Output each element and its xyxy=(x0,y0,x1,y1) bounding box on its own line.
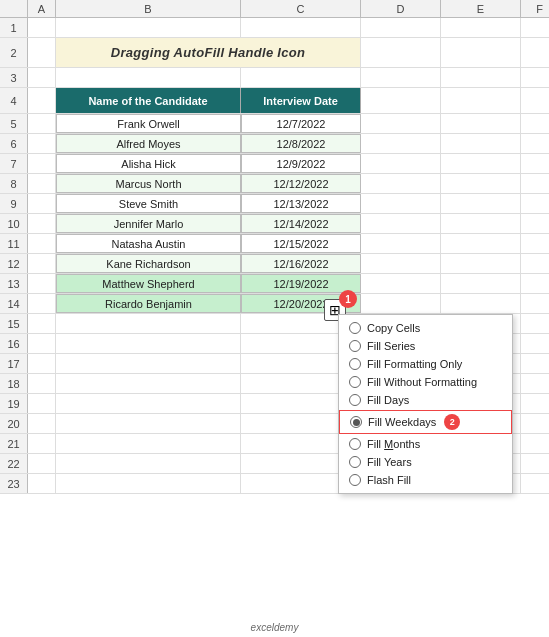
cell-d[interactable] xyxy=(361,294,441,313)
cell-f[interactable] xyxy=(521,134,549,153)
cell-e[interactable] xyxy=(441,214,521,233)
table-row[interactable]: 12Kane Richardson12/16/2022 xyxy=(0,254,549,274)
table-row[interactable]: 7Alisha Hick12/9/2022 xyxy=(0,154,549,174)
cell-a[interactable] xyxy=(28,174,56,193)
cell-a[interactable] xyxy=(28,274,56,293)
cell-b[interactable]: Alisha Hick xyxy=(56,154,241,173)
cell-f[interactable] xyxy=(521,374,549,393)
cell-f[interactable] xyxy=(521,18,549,37)
cell-e[interactable] xyxy=(441,174,521,193)
cell-d[interactable] xyxy=(361,194,441,213)
cell-f[interactable] xyxy=(521,254,549,273)
cell-a[interactable] xyxy=(28,194,56,213)
cell-c[interactable]: 12/9/2022 xyxy=(241,154,361,173)
cell-d[interactable] xyxy=(361,234,441,253)
cell-b[interactable]: Jennifer Marlo xyxy=(56,214,241,233)
table-row[interactable]: 2Dragging AutoFill Handle Icon xyxy=(0,38,549,68)
cell-a[interactable] xyxy=(28,154,56,173)
table-row[interactable]: 3 xyxy=(0,68,549,88)
table-row[interactable]: 4Name of the CandidateInterview Date xyxy=(0,88,549,114)
cell-f[interactable] xyxy=(521,434,549,453)
cell-a[interactable] xyxy=(28,434,56,453)
table-row[interactable]: 6Alfred Moyes12/8/2022 xyxy=(0,134,549,154)
cell-f[interactable] xyxy=(521,88,549,113)
cell-d[interactable] xyxy=(361,114,441,133)
cell-a[interactable] xyxy=(28,454,56,473)
cell-f[interactable] xyxy=(521,214,549,233)
table-row[interactable]: 14Ricardo Benjamin12/20/2022 xyxy=(0,294,549,314)
cell-f[interactable] xyxy=(521,314,549,333)
cell-a[interactable] xyxy=(28,114,56,133)
cell-a[interactable] xyxy=(28,18,56,37)
cell-b[interactable]: Dragging AutoFill Handle Icon xyxy=(56,38,361,67)
cell-d[interactable] xyxy=(361,134,441,153)
cell-c[interactable]: 12/16/2022 xyxy=(241,254,361,273)
cell-b[interactable] xyxy=(56,394,241,413)
cell-f[interactable] xyxy=(521,154,549,173)
cell-e[interactable] xyxy=(441,18,521,37)
cell-d[interactable] xyxy=(361,274,441,293)
cell-b[interactable] xyxy=(56,68,241,87)
cell-c[interactable]: 12/7/2022 xyxy=(241,114,361,133)
cell-b[interactable]: Steve Smith xyxy=(56,194,241,213)
cell-a[interactable] xyxy=(28,234,56,253)
cell-a[interactable] xyxy=(28,294,56,313)
cell-d[interactable] xyxy=(361,88,441,113)
cell-d[interactable] xyxy=(361,214,441,233)
cell-d[interactable] xyxy=(361,174,441,193)
cell-f[interactable] xyxy=(521,394,549,413)
cell-a[interactable] xyxy=(28,394,56,413)
cell-e[interactable] xyxy=(441,234,521,253)
cell-b[interactable] xyxy=(56,414,241,433)
cell-b[interactable] xyxy=(56,354,241,373)
cell-b[interactable]: Alfred Moyes xyxy=(56,134,241,153)
cell-c[interactable]: 12/8/2022 xyxy=(241,134,361,153)
cell-d[interactable] xyxy=(361,68,441,87)
cell-c[interactable]: 12/13/2022 xyxy=(241,194,361,213)
cell-f[interactable] xyxy=(521,68,549,87)
table-row[interactable]: 9Steve Smith12/13/2022 xyxy=(0,194,549,214)
cell-b[interactable]: Ricardo Benjamin xyxy=(56,294,241,313)
table-row[interactable]: 10Jennifer Marlo12/14/2022 xyxy=(0,214,549,234)
dropdown-item[interactable]: Fill Months xyxy=(339,435,512,453)
cell-f[interactable] xyxy=(521,38,549,67)
cell-c[interactable]: 12/15/2022 xyxy=(241,234,361,253)
cell-a[interactable] xyxy=(28,68,56,87)
cell-d[interactable] xyxy=(361,254,441,273)
cell-a[interactable] xyxy=(28,254,56,273)
cell-f[interactable] xyxy=(521,454,549,473)
cell-b[interactable] xyxy=(56,474,241,493)
cell-f[interactable] xyxy=(521,294,549,313)
cell-e[interactable] xyxy=(441,88,521,113)
cell-b[interactable]: Frank Orwell xyxy=(56,114,241,133)
cell-b[interactable]: Matthew Shepherd xyxy=(56,274,241,293)
dropdown-item[interactable]: Fill Days xyxy=(339,391,512,409)
cell-a[interactable] xyxy=(28,314,56,333)
cell-f[interactable] xyxy=(521,234,549,253)
cell-d[interactable] xyxy=(361,38,441,67)
cell-e[interactable] xyxy=(441,154,521,173)
cell-a[interactable] xyxy=(28,354,56,373)
cell-e[interactable] xyxy=(441,134,521,153)
cell-d[interactable] xyxy=(361,154,441,173)
cell-e[interactable] xyxy=(441,68,521,87)
cell-b[interactable]: Natasha Austin xyxy=(56,234,241,253)
cell-f[interactable] xyxy=(521,474,549,493)
cell-b[interactable] xyxy=(56,374,241,393)
cell-e[interactable] xyxy=(441,274,521,293)
dropdown-item[interactable]: Copy Cells xyxy=(339,319,512,337)
dropdown-item[interactable]: Flash Fill xyxy=(339,471,512,489)
cell-b[interactable] xyxy=(56,434,241,453)
cell-a[interactable] xyxy=(28,474,56,493)
cell-a[interactable] xyxy=(28,134,56,153)
cell-b[interactable] xyxy=(56,334,241,353)
cell-c[interactable]: 12/14/2022 xyxy=(241,214,361,233)
cell-a[interactable] xyxy=(28,214,56,233)
cell-e[interactable] xyxy=(441,114,521,133)
cell-b[interactable] xyxy=(56,314,241,333)
table-row[interactable]: 8Marcus North12/12/2022 xyxy=(0,174,549,194)
cell-b[interactable]: Name of the Candidate xyxy=(56,88,241,113)
cell-f[interactable] xyxy=(521,414,549,433)
cell-a[interactable] xyxy=(28,374,56,393)
cell-c[interactable]: Interview Date xyxy=(241,88,361,113)
